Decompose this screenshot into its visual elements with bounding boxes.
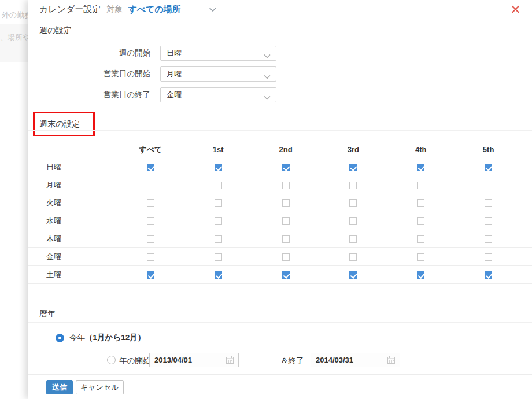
weekend-checkbox[interactable] xyxy=(485,164,492,171)
close-button[interactable] xyxy=(512,6,519,13)
checkbox-cell xyxy=(117,252,184,262)
column-header: 5th xyxy=(455,145,522,154)
field-row-week-start: 週の開始 日曜 xyxy=(28,46,282,61)
weekend-checkbox[interactable] xyxy=(417,271,424,279)
table-row: 水曜 xyxy=(28,212,532,230)
weekend-checkbox[interactable] xyxy=(282,217,290,225)
weekend-checkbox[interactable] xyxy=(485,182,492,189)
checkbox-cell xyxy=(455,180,522,190)
calendar-icon xyxy=(226,356,234,364)
column-header: すべて xyxy=(117,145,184,155)
weekend-checkbox[interactable] xyxy=(417,164,424,171)
day-label: 土曜 xyxy=(28,269,117,280)
weekend-checkbox[interactable] xyxy=(282,253,290,261)
checkbox-cell xyxy=(320,252,387,262)
scope-dropdown[interactable]: すべての場所 xyxy=(123,4,216,15)
column-header: 1st xyxy=(184,145,252,154)
section-title-week: 週の設定 xyxy=(39,25,72,36)
radio-option-custom-year: 年の開始 2013/04/01 ＆終了 2014/03/31 xyxy=(28,353,532,367)
day-label: 木曜 xyxy=(28,234,117,244)
weekend-checkbox[interactable] xyxy=(485,217,492,225)
business-end-select[interactable]: 金曜 xyxy=(160,87,276,102)
week-start-select[interactable]: 日曜 xyxy=(160,46,276,61)
weekend-checkbox[interactable] xyxy=(215,235,222,243)
checkbox-cell xyxy=(455,198,522,208)
year-end-date-input[interactable]: 2014/03/31 xyxy=(311,353,400,367)
checkbox-cell xyxy=(252,180,320,190)
weekend-checkbox[interactable] xyxy=(282,182,290,189)
weekend-checkbox[interactable] xyxy=(417,253,424,261)
cancel-button[interactable]: キャンセル xyxy=(76,380,124,394)
checkbox-cell xyxy=(320,162,387,172)
column-header: 4th xyxy=(387,145,455,154)
weekend-checkbox[interactable] xyxy=(282,235,290,243)
weekend-checkbox[interactable] xyxy=(282,200,290,207)
weekend-checkbox[interactable] xyxy=(215,271,222,279)
checkbox-cell xyxy=(184,216,252,226)
divider xyxy=(28,130,532,131)
weekend-checkbox[interactable] xyxy=(215,217,222,225)
scope-value: すべての場所 xyxy=(128,4,180,15)
weekend-checkbox[interactable] xyxy=(147,271,154,279)
weekend-checkbox[interactable] xyxy=(417,200,424,207)
weekend-checkbox[interactable] xyxy=(349,200,357,207)
weekend-checkbox[interactable] xyxy=(417,235,424,243)
checkbox-cell xyxy=(455,269,522,280)
checkbox-cell xyxy=(455,234,522,244)
weekend-checkbox[interactable] xyxy=(349,253,357,261)
weekend-checkbox[interactable] xyxy=(485,271,492,279)
section-title-year: 暦年 xyxy=(39,309,56,319)
weekend-checkbox[interactable] xyxy=(147,253,154,261)
checkbox-cell xyxy=(320,234,387,244)
weekend-checkbox[interactable] xyxy=(485,200,492,207)
weekend-checkbox[interactable] xyxy=(485,235,492,243)
table-row: 日曜 xyxy=(28,158,532,176)
year-start-date-value: 2013/04/01 xyxy=(154,356,192,364)
checkbox-cell xyxy=(387,234,455,244)
radio-custom-year[interactable] xyxy=(107,356,116,364)
weekend-checkbox[interactable] xyxy=(282,164,290,171)
submit-button[interactable]: 送信 xyxy=(46,380,73,394)
weekend-checkbox[interactable] xyxy=(417,217,424,225)
checkbox-cell xyxy=(387,198,455,208)
weekend-checkbox[interactable] xyxy=(215,164,222,171)
checkbox-cell xyxy=(252,252,320,262)
weekend-checkbox[interactable] xyxy=(349,271,357,279)
weekend-checkbox[interactable] xyxy=(485,253,492,261)
radio-this-year[interactable] xyxy=(56,334,64,342)
this-year-label: 今年（1月から12月） xyxy=(69,332,145,343)
year-start-label: 年の開始 xyxy=(119,356,150,366)
weekend-checkbox[interactable] xyxy=(147,235,154,243)
chevron-down-icon xyxy=(209,7,217,12)
divider xyxy=(28,322,532,323)
checkbox-cell xyxy=(117,180,184,190)
weekend-checkbox[interactable] xyxy=(147,200,154,207)
weekend-checkbox[interactable] xyxy=(349,235,357,243)
weekend-checkbox[interactable] xyxy=(349,217,357,225)
day-label: 水曜 xyxy=(28,216,117,226)
year-start-date-input[interactable]: 2013/04/01 xyxy=(149,353,239,367)
section-title-weekend: 週末の設定 xyxy=(39,119,80,130)
table-row: 金曜 xyxy=(28,247,532,265)
weekend-checkbox[interactable] xyxy=(215,253,222,261)
radio-option-this-year[interactable]: 今年（1月から12月） xyxy=(56,332,145,343)
checkbox-cell xyxy=(117,234,184,244)
weekend-table: すべて 1st 2nd 3rd 4th 5th 日曜月曜火曜水曜木曜金曜土曜 xyxy=(28,141,532,284)
weekend-checkbox[interactable] xyxy=(215,182,222,189)
business-start-select[interactable]: 月曜 xyxy=(160,66,276,82)
dialog-header: カレンダー設定 対象 すべての場所 xyxy=(28,0,532,19)
checkbox-cell xyxy=(320,180,387,190)
weekend-checkbox[interactable] xyxy=(417,182,424,189)
weekend-checkbox[interactable] xyxy=(147,217,154,225)
weekend-checkbox[interactable] xyxy=(147,182,154,189)
weekend-checkbox[interactable] xyxy=(147,164,154,171)
calendar-settings-dialog: カレンダー設定 対象 すべての場所 週の設定 週の開始 日曜 営業日の開始 月曜… xyxy=(28,0,532,399)
weekend-checkbox[interactable] xyxy=(215,200,222,207)
day-label: 火曜 xyxy=(28,198,117,208)
checkbox-cell xyxy=(184,269,252,280)
weekend-checkbox[interactable] xyxy=(349,182,357,189)
weekend-table-body: 日曜月曜火曜水曜木曜金曜土曜 xyxy=(28,158,532,284)
weekend-checkbox[interactable] xyxy=(282,271,290,279)
weekend-checkbox[interactable] xyxy=(349,164,357,171)
business-end-value: 金曜 xyxy=(167,90,182,100)
